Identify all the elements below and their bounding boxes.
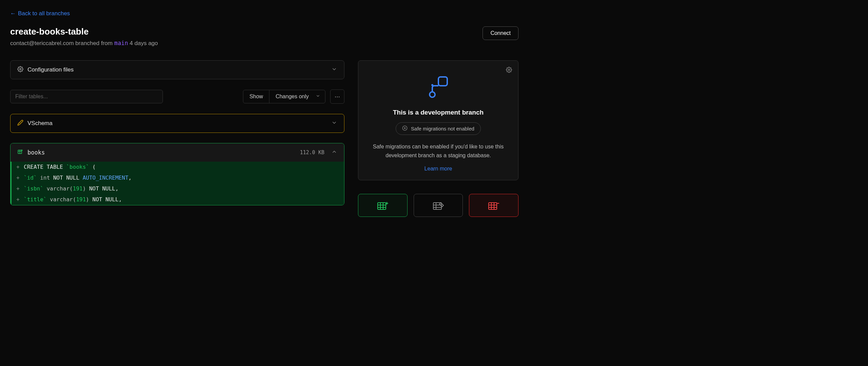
branched-from-text: branched from: [75, 40, 113, 46]
svg-point-8: [430, 92, 435, 97]
x-circle-icon: [402, 125, 408, 132]
branch-author: contact@tericcabrel.com: [10, 40, 74, 46]
show-filter: Show Changes only: [243, 90, 325, 103]
svg-rect-13: [378, 203, 386, 209]
arrow-left-icon: ←: [10, 10, 16, 17]
ellipsis-icon: ⋯: [335, 94, 340, 100]
pencil-icon: [17, 120, 23, 127]
config-panel-title: Configuration files: [27, 66, 74, 73]
dev-branch-card: This is a development branch Safe migrat…: [358, 60, 518, 180]
table-header[interactable]: books 112.0 KB: [11, 143, 344, 162]
learn-more-link[interactable]: Learn more: [366, 166, 510, 172]
dev-card-title: This is a development branch: [366, 109, 510, 116]
chevron-down-icon: [331, 120, 337, 127]
dev-card-description: Safe migrations can be enabled if you'd …: [366, 142, 510, 160]
action-delete-table[interactable]: [469, 194, 518, 217]
branch-age: 4 days ago: [130, 40, 158, 46]
gear-icon: [17, 66, 23, 74]
vschema-title: VSchema: [27, 120, 53, 127]
show-label: Show: [243, 90, 269, 103]
diff-line-added: +CREATE TABLE `books` (: [11, 162, 344, 172]
svg-rect-7: [438, 77, 447, 86]
safe-migrations-pill: Safe migrations not enabled: [396, 122, 481, 135]
diff-line-added: +`isbn` varchar(191) NOT NULL,: [11, 183, 344, 194]
table-name: books: [27, 149, 45, 156]
branch-illustration-icon: [366, 76, 510, 99]
show-select[interactable]: Changes only: [269, 90, 325, 103]
table-panel-books: books 112.0 KB +CREATE TABLE `books` (+`…: [10, 143, 344, 205]
parent-branch[interactable]: main: [114, 40, 128, 46]
configuration-files-panel[interactable]: Configuration files: [10, 60, 344, 79]
sql-diff: +CREATE TABLE `books` (+`id` int NOT NUL…: [11, 162, 344, 205]
table-add-icon: [377, 201, 389, 212]
show-selected-value: Changes only: [276, 94, 309, 100]
branch-meta: contact@tericcabrel.com branched from ma…: [10, 40, 158, 47]
action-create-table[interactable]: [358, 194, 408, 217]
chevron-up-icon: [331, 149, 337, 156]
diff-line-added: +`id` int NOT NULL AUTO_INCREMENT,: [11, 172, 344, 183]
settings-button[interactable]: [506, 67, 512, 74]
back-to-branches-link[interactable]: ← Back to all branches: [10, 10, 70, 17]
table-delete-icon: [488, 201, 499, 212]
action-edit-table[interactable]: [414, 194, 463, 217]
svg-point-6: [508, 69, 510, 71]
vschema-panel[interactable]: VSchema: [10, 114, 344, 133]
connect-button[interactable]: Connect: [483, 26, 518, 40]
svg-point-0: [20, 68, 21, 70]
table-size: 112.0 KB: [300, 149, 324, 156]
svg-point-9: [431, 84, 433, 86]
back-link-label: Back to all branches: [18, 10, 70, 17]
chevron-down-icon: [331, 66, 337, 74]
branch-name: create-books-table: [10, 26, 158, 37]
diff-line-added: +`title` varchar(191) NOT NULL,: [11, 194, 344, 205]
table-edit-icon: [433, 201, 444, 212]
chevron-down-icon: [316, 94, 320, 100]
filter-tables-input[interactable]: [10, 90, 163, 103]
table-add-icon: [17, 149, 23, 156]
more-actions-button[interactable]: ⋯: [330, 89, 344, 104]
svg-rect-24: [489, 203, 497, 209]
pill-label: Safe migrations not enabled: [411, 126, 474, 131]
